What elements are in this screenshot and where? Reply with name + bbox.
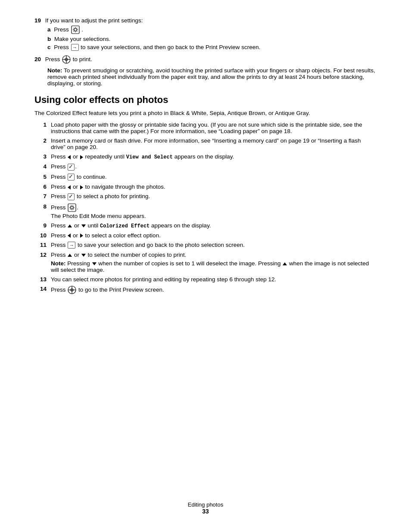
- section-heading: Using color effects on photos: [34, 94, 377, 106]
- step-14-num: 14: [34, 286, 47, 292]
- sub-a-press: Press: [54, 26, 69, 33]
- step-1: 1 Load photo paper with the glossy or pr…: [34, 121, 377, 134]
- sub-a-period: .: [81, 26, 83, 33]
- note-box: Note: To prevent smudging or scratching,…: [47, 67, 377, 87]
- sub-c-text: to save your selections, and then go bac…: [81, 44, 260, 50]
- step-2: 2 Insert a memory card or flash drive. F…: [34, 137, 377, 150]
- check-icon-5: [68, 174, 75, 180]
- svg-line-6: [73, 28, 74, 29]
- svg-line-7: [76, 31, 77, 32]
- settings-icon-8: [68, 203, 76, 212]
- sub-step-c: c Press → to save your selections, and t…: [47, 44, 377, 51]
- svg-rect-0: [72, 26, 79, 34]
- arrow-down-icon-note: [92, 262, 97, 265]
- step-13: 13 You can select more photos for printi…: [34, 276, 377, 283]
- step-19-label: 19: [34, 17, 41, 24]
- print-icon-14: [68, 286, 76, 294]
- back-icon-11: →: [68, 242, 75, 249]
- colorized-effect-code: Colorized Effect: [100, 223, 149, 229]
- svg-rect-14: [68, 204, 76, 212]
- step-3-num: 3: [34, 153, 47, 160]
- step-8-num: 8: [34, 203, 47, 210]
- sub-step-b: b Make your selections.: [47, 36, 377, 42]
- arrow-down-icon-9: [81, 224, 86, 227]
- arrow-right-icon-6: [80, 185, 83, 190]
- arrow-down-icon-12: [81, 254, 86, 257]
- step-12-num: 12: [34, 252, 47, 258]
- svg-point-15: [71, 206, 73, 209]
- step-2-num: 2: [34, 137, 47, 144]
- step-5-content: Press to continue.: [51, 174, 377, 180]
- step-20-press: Press: [45, 56, 60, 62]
- step-4: 4 Press .: [34, 163, 377, 170]
- sub-step-a: a Press .: [47, 25, 377, 34]
- step-3: 3 Press or repeatedly until View and Sel…: [34, 153, 377, 160]
- step-9-content: Press or until Colorized Effect appears …: [51, 222, 377, 229]
- step-12-content: Press or to select the number of copies …: [51, 252, 377, 273]
- step-11-num: 11: [34, 242, 47, 248]
- step-11: 11 Press → to save your selection and go…: [34, 242, 377, 249]
- svg-line-22: [73, 206, 74, 207]
- step-13-text: You can select more photos for printing …: [51, 276, 377, 283]
- step-2-text: Insert a memory card or flash drive. For…: [51, 137, 377, 150]
- step-4-num: 4: [34, 163, 47, 170]
- page-footer: Editing photos 33: [0, 501, 411, 515]
- arrow-left-icon-3: [68, 155, 71, 159]
- check-icon-7: [68, 193, 75, 200]
- step-20-label: 20: [34, 56, 41, 62]
- arrow-up-icon-12: [68, 254, 72, 257]
- svg-line-20: [70, 206, 71, 207]
- footer-page-number: 33: [0, 508, 411, 515]
- step-20-text: to print.: [73, 56, 92, 62]
- step-10-num: 10: [34, 232, 47, 239]
- sub-b-label: b: [47, 36, 51, 42]
- note-label: Note:: [47, 67, 62, 74]
- footer-label: Editing photos: [0, 501, 411, 508]
- arrow-right-icon-10: [80, 233, 83, 238]
- sub-c-label: c: [47, 44, 51, 50]
- step-5: 5 Press to continue.: [34, 174, 377, 180]
- step-1-text: Load photo paper with the glossy or prin…: [51, 121, 377, 134]
- step-8-content: Press . The Photo Edit Mode menu appears…: [51, 203, 377, 219]
- svg-point-1: [74, 28, 77, 31]
- step-7: 7 Press to select a photo for printing.: [34, 193, 377, 200]
- view-select-code: View and Select: [126, 154, 173, 160]
- step-19-text: If you want to adjust the print settings…: [45, 17, 143, 24]
- step-9: 9 Press or until Colorized Effect appear…: [34, 222, 377, 229]
- arrow-right-icon-3: [80, 155, 83, 159]
- arrow-left-icon-10: [68, 233, 71, 238]
- arrow-up-icon-note: [283, 262, 287, 265]
- arrow-left-icon-6: [68, 185, 71, 190]
- step-4-content: Press .: [51, 163, 377, 170]
- step-6: 6 Press or to navigate through the photo…: [34, 184, 377, 190]
- back-icon: →: [71, 44, 79, 51]
- step-14-content: Press to go to the Print Preview screen.: [51, 286, 377, 294]
- step-6-content: Press or to navigate through the photos.: [51, 184, 377, 190]
- step-6-num: 6: [34, 184, 47, 190]
- svg-line-21: [73, 208, 74, 209]
- sub-b-text: Make your selections.: [54, 36, 111, 42]
- step-1-num: 1: [34, 121, 47, 128]
- step-5-num: 5: [34, 174, 47, 180]
- page-content: 19 If you want to adjust the print setti…: [34, 17, 377, 294]
- step-8: 8 Press . The Photo Edit Mode menu appea…: [34, 203, 377, 219]
- step-10-content: Press or to select a color effect option…: [51, 232, 377, 239]
- settings-icon: [71, 25, 80, 34]
- svg-line-9: [73, 31, 74, 32]
- svg-line-23: [70, 208, 71, 209]
- step-9-num: 9: [34, 222, 47, 229]
- step-3-content: Press or repeatedly until View and Selec…: [51, 153, 377, 160]
- svg-line-8: [76, 28, 77, 29]
- sub-steps: a Press . b: [47, 25, 377, 51]
- sub-a-label: a: [47, 26, 51, 33]
- step-10: 10 Press or to select a color effect opt…: [34, 232, 377, 239]
- note-12-label: Note:: [51, 260, 66, 267]
- step-13-num: 13: [34, 276, 47, 283]
- check-icon-4: [68, 164, 75, 171]
- step-14: 14 Press to go to the Print Preview scre…: [34, 286, 377, 294]
- step-11-content: Press → to save your selection and go ba…: [51, 242, 377, 249]
- step-19-block: 19 If you want to adjust the print setti…: [34, 17, 377, 51]
- step-8-note: The Photo Edit Mode menu appears.: [51, 213, 377, 219]
- step-20-block: 20 Press to print.: [34, 55, 377, 64]
- sub-c-press: Press: [54, 44, 69, 50]
